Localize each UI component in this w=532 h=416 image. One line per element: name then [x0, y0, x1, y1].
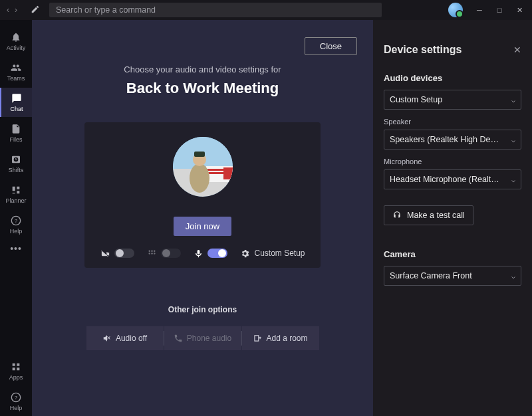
window-minimize-icon[interactable]: ─ — [469, 0, 489, 20]
select-value: Surface Camera Front — [390, 271, 472, 280]
camera-header: Camera — [384, 249, 521, 259]
blur-toggle[interactable] — [161, 249, 181, 258]
audio-device-select[interactable]: Custom Setup ⌵ — [384, 90, 521, 110]
sidebar-item-activity[interactable]: Activity — [0, 27, 32, 56]
chevron-down-icon: ⌵ — [511, 96, 515, 104]
svg-point-16 — [148, 253, 150, 255]
custom-setup-label: Custom Setup — [254, 249, 305, 258]
sidebar-item-label: Activity — [7, 45, 26, 51]
history-nav: ‹ › — [3, 5, 21, 15]
svg-text:?: ? — [15, 218, 18, 224]
audio-off-option[interactable]: Audio off — [86, 326, 164, 350]
chevron-down-icon: ⌵ — [511, 272, 515, 280]
svg-point-18 — [154, 253, 156, 255]
select-value: Custom Setup — [390, 95, 442, 104]
chat-icon — [11, 92, 23, 104]
window-close-icon[interactable]: ✕ — [509, 0, 529, 20]
planner-icon — [10, 184, 22, 196]
profile-avatar[interactable] — [448, 3, 463, 17]
phone-audio-option[interactable]: Phone audio — [164, 326, 241, 350]
select-value: Headset Microphone (Realtek High D... — [390, 175, 499, 184]
apps-icon — [10, 361, 22, 373]
video-off-icon — [100, 248, 110, 259]
chevron-down-icon: ⌵ — [511, 176, 515, 183]
app-sidebar: Activity Teams Chat Files Shifts Planner… — [0, 20, 32, 416]
camera-select[interactable]: Surface Camera Front ⌵ — [384, 266, 521, 286]
chevron-down-icon: ⌵ — [511, 136, 515, 144]
svg-rect-12 — [194, 152, 205, 157]
microphone-icon — [193, 248, 203, 259]
blur-toggle-group — [146, 248, 181, 259]
nav-forward-icon[interactable]: › — [15, 5, 17, 15]
microphone-label: Microphone — [384, 157, 521, 165]
nav-back-icon[interactable]: ‹ — [7, 5, 9, 15]
sidebar-item-label: Teams — [7, 75, 25, 82]
sidebar-item-files[interactable]: Files — [0, 118, 32, 148]
device-settings-panel: Device settings ✕ Audio devices Custom S… — [373, 20, 532, 416]
headset-icon — [392, 211, 402, 220]
sidebar-item-label: Apps — [9, 374, 23, 381]
other-join-options: Audio off Phone audio Add a room — [86, 326, 319, 350]
device-settings-link[interactable]: Custom Setup — [239, 248, 305, 259]
microphone-select[interactable]: Headset Microphone (Realtek High D... ⌵ — [384, 169, 521, 189]
svg-rect-9 — [223, 167, 233, 179]
svg-point-14 — [151, 250, 153, 252]
sidebar-item-label: Planner — [5, 197, 26, 204]
video-toggle-group — [100, 248, 134, 259]
bell-icon — [10, 31, 22, 43]
svg-point-15 — [154, 250, 156, 252]
choose-settings-text: Choose your audio and video settings for — [124, 64, 281, 74]
sidebar-more-icon[interactable]: ••• — [10, 243, 22, 254]
opt-label: Audio off — [116, 334, 147, 343]
sidebar-item-help-top[interactable]: ? Help — [0, 210, 32, 239]
svg-point-10 — [190, 163, 209, 193]
panel-close-icon[interactable]: ✕ — [513, 45, 521, 55]
video-preview-card: Join now Custom Setup — [84, 122, 321, 268]
test-call-label: Make a test call — [407, 211, 465, 220]
files-icon — [10, 123, 22, 135]
sidebar-item-chat[interactable]: Chat — [0, 88, 32, 117]
svg-text:?: ? — [15, 395, 18, 401]
user-avatar — [173, 137, 233, 197]
speaker-select[interactable]: Speakers (Realtek High Definition Au... … — [384, 130, 521, 150]
sidebar-item-planner[interactable]: Planner — [0, 179, 32, 209]
opt-label: Phone audio — [187, 334, 231, 343]
blur-icon — [146, 248, 157, 259]
title-bar: ‹ › Search or type a command ─ □ ✕ — [0, 0, 532, 20]
compose-icon[interactable] — [31, 5, 40, 16]
add-room-option[interactable]: Add a room — [242, 326, 319, 350]
sidebar-item-apps[interactable]: Apps — [0, 356, 32, 385]
opt-label: Add a room — [266, 334, 307, 343]
meeting-title: Back to Work Meeting — [126, 80, 279, 97]
help-icon: ? — [10, 215, 22, 227]
search-input[interactable]: Search or type a command — [49, 3, 382, 17]
sidebar-item-shifts[interactable]: Shifts — [0, 149, 32, 178]
mic-toggle-group — [193, 248, 227, 259]
sidebar-item-help[interactable]: ? Help — [0, 387, 32, 416]
shifts-icon — [10, 154, 22, 165]
sidebar-item-label: Help — [10, 405, 23, 411]
speaker-label: Speaker — [384, 118, 521, 126]
sidebar-item-label: Chat — [10, 106, 23, 112]
sidebar-item-label: Help — [10, 228, 23, 235]
test-call-button[interactable]: Make a test call — [384, 205, 473, 225]
close-button[interactable]: Close — [305, 37, 357, 55]
select-value: Speakers (Realtek High Definition Au... — [390, 135, 499, 144]
people-icon — [10, 62, 22, 74]
audio-devices-header: Audio devices — [384, 73, 521, 83]
gear-icon — [239, 248, 250, 259]
av-controls: Custom Setup — [100, 248, 305, 259]
sidebar-item-label: Shifts — [9, 167, 24, 173]
help-icon: ? — [10, 391, 22, 403]
prejoin-area: Close Choose your audio and video settin… — [32, 20, 373, 416]
window-maximize-icon[interactable]: □ — [489, 0, 509, 20]
mic-toggle[interactable] — [207, 249, 227, 258]
panel-title: Device settings — [384, 44, 462, 56]
other-join-header: Other join options — [168, 305, 237, 314]
join-now-button[interactable]: Join now — [174, 217, 231, 236]
svg-point-13 — [148, 250, 150, 252]
sidebar-item-teams[interactable]: Teams — [0, 57, 32, 86]
svg-point-17 — [151, 253, 153, 255]
video-toggle[interactable] — [114, 249, 134, 258]
sidebar-item-label: Files — [9, 136, 22, 143]
